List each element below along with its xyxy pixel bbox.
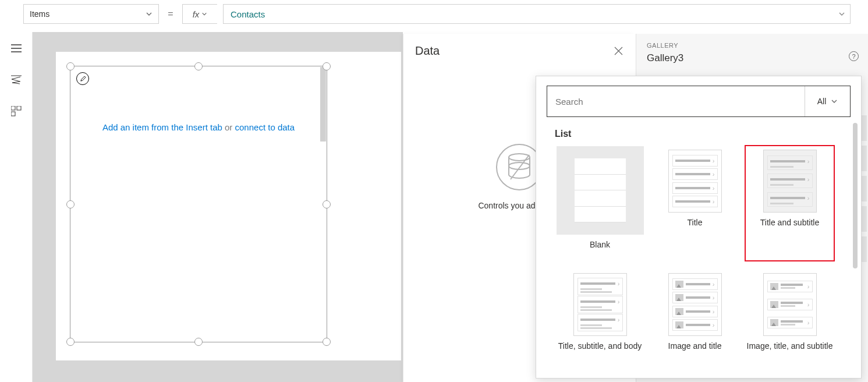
close-icon[interactable] xyxy=(614,47,623,55)
svg-point-3 xyxy=(509,154,530,161)
scrollbar[interactable] xyxy=(853,123,858,268)
resize-handle[interactable] xyxy=(194,338,203,346)
gallery-empty-hint: Add an item from the Insert tab or conne… xyxy=(70,122,327,132)
resize-handle[interactable] xyxy=(323,62,331,70)
filter-dropdown[interactable]: All xyxy=(805,86,850,116)
hamburger-icon[interactable] xyxy=(10,43,22,54)
formula-input[interactable]: Contacts xyxy=(223,4,851,24)
resize-handle[interactable] xyxy=(66,200,75,208)
svg-rect-1 xyxy=(17,106,21,110)
left-rail xyxy=(0,32,33,382)
resize-handle[interactable] xyxy=(66,62,75,70)
fx-button[interactable]: fx xyxy=(182,4,217,24)
resize-handle[interactable] xyxy=(194,62,203,70)
prop-control-name: Gallery3 xyxy=(647,52,858,64)
data-pane-title: Data xyxy=(415,44,440,58)
svg-rect-2 xyxy=(11,112,15,116)
formula-bar: Items = fx Contacts xyxy=(0,2,868,26)
layout-label: Image and title xyxy=(668,341,722,362)
property-label: Items xyxy=(30,9,49,19)
prop-tab[interactable] xyxy=(861,146,867,171)
prop-tab[interactable] xyxy=(861,176,867,201)
canvas-background: Add an item from the Insert tab or conne… xyxy=(33,32,403,382)
prop-section-label: GALLERY xyxy=(647,42,858,49)
filter-label: All xyxy=(817,97,827,106)
chevron-down-icon xyxy=(146,10,153,17)
picker-search-bar: All xyxy=(547,86,851,117)
layout-tile-title[interactable]: › › › › Title xyxy=(650,145,740,261)
prop-tab[interactable] xyxy=(861,206,867,232)
equals-sign: = xyxy=(165,9,176,19)
layout-tile-title-subtitle[interactable]: › › › Title and subtitle xyxy=(745,145,835,261)
formula-text: Contacts xyxy=(231,9,265,19)
layout-label: Blank xyxy=(590,239,610,260)
layout-tile-more[interactable]: › xyxy=(555,373,645,378)
layout-label: Title, subtitle, and body xyxy=(558,341,642,362)
gallery-selection[interactable]: Add an item from the Insert tab or conne… xyxy=(70,66,327,342)
resize-handle[interactable] xyxy=(323,200,331,208)
layout-label: Image, title, and subtitle xyxy=(747,341,833,362)
resize-handle[interactable] xyxy=(323,338,331,346)
layout-tile-image-title[interactable]: › › › › Image and title xyxy=(650,268,740,366)
tree-view-icon[interactable] xyxy=(10,74,22,86)
canvas-screen[interactable]: Add an item from the Insert tab or conne… xyxy=(56,52,401,360)
prop-tab[interactable] xyxy=(861,236,867,262)
layout-label: Title xyxy=(688,217,703,238)
hint-insert-link[interactable]: Add an item from the Insert tab xyxy=(102,122,222,132)
layout-tile-blank[interactable]: Blank xyxy=(555,145,645,261)
layout-group-title: List xyxy=(555,129,851,139)
layout-tile-image-title-subtitle[interactable]: › › › Image, title, and subtitle xyxy=(745,268,835,366)
components-icon[interactable] xyxy=(10,105,22,117)
hint-connect-link[interactable]: connect to data xyxy=(235,122,295,132)
edit-icon[interactable] xyxy=(76,72,89,85)
chevron-down-icon[interactable] xyxy=(838,10,845,17)
hint-or: or xyxy=(225,122,232,132)
prop-tab[interactable] xyxy=(861,115,867,141)
fx-label: fx xyxy=(193,9,200,19)
search-input[interactable] xyxy=(547,97,805,107)
layout-tile-title-subtitle-body[interactable]: › › › Title, subtitle, and body xyxy=(555,268,645,366)
layout-label: Title and subtitle xyxy=(760,217,819,238)
property-dropdown[interactable]: Items xyxy=(23,4,159,24)
help-icon[interactable]: ? xyxy=(849,51,859,61)
svg-rect-0 xyxy=(11,106,15,110)
layout-picker: All List Blank › › › › Title xyxy=(536,76,862,379)
resize-handle[interactable] xyxy=(66,338,75,346)
